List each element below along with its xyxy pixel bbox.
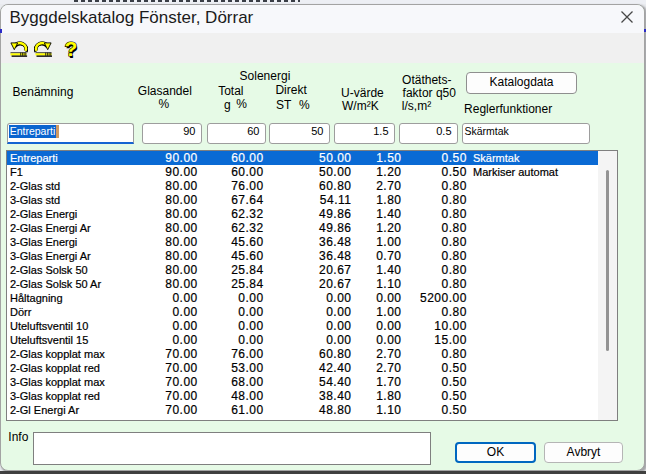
svg-text:?: ? xyxy=(64,39,77,60)
